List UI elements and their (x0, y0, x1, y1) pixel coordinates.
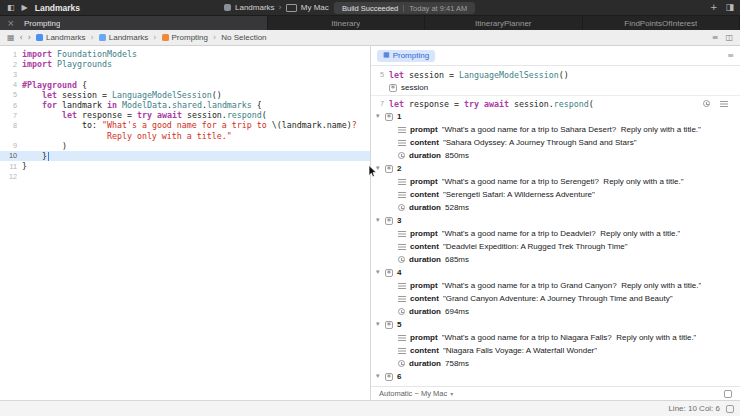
run-button-play-icon[interactable]: ▶ (22, 4, 28, 12)
device-icon (286, 4, 297, 12)
field-value: "Grand Canyon Adventure: A Journey Throu… (443, 294, 673, 303)
swift-file-icon (162, 34, 169, 41)
tab-itinerary[interactable]: Itinerary (268, 16, 425, 30)
result-field-row[interactable]: content"Grand Canyon Adventure: A Journe… (371, 292, 740, 305)
code-line[interactable]: 8 to: "What's a good name for a trip to … (0, 120, 370, 130)
breadcrumb-selection[interactable]: No Selection (221, 33, 266, 42)
disclosure-chevron-icon[interactable]: ▾ (376, 165, 385, 172)
close-icon[interactable]: × (7, 19, 15, 28)
adjust-editor-icon[interactable]: ≡ (712, 34, 719, 42)
breadcrumb-file[interactable]: Prompting (162, 33, 208, 42)
forward-button[interactable]: › (28, 34, 31, 42)
result-field-row[interactable]: content"Niagara Falls Voyage: A Waterfal… (371, 344, 740, 357)
toolbar-left-group: ◧ ▶ Landmarks (0, 3, 80, 13)
code-token: try (137, 110, 152, 120)
result-code-line[interactable]: 5let session = LanguageModelSession() (371, 68, 740, 81)
result-field-row[interactable]: duration758ms (371, 357, 740, 370)
scheme-name[interactable]: Landmarks (235, 3, 275, 12)
breadcrumb-project[interactable]: Landmarks (36, 33, 86, 42)
toolbar: ◧ ▶ Landmarks Landmarks › My Mac Build S… (0, 0, 740, 15)
code-line[interactable]: 9 ) (0, 141, 370, 151)
breadcrumb-label: Landmarks (46, 33, 86, 42)
result-field-row[interactable]: prompt"What's a good name for a trip to … (371, 123, 740, 136)
result-item-header[interactable]: ▾∗2 (371, 162, 740, 175)
result-field-row[interactable]: prompt"What's a good name for a trip to … (371, 227, 740, 240)
code-token: Playgrounds (57, 59, 112, 69)
result-field-row[interactable]: content"Sahara Odyssey: A Journey Throug… (371, 136, 740, 149)
code-token: in (107, 100, 117, 110)
related-items-icon[interactable]: ▦ (7, 34, 15, 42)
result-field-row[interactable]: content"Deadvlei Expedition: A Rugged Tr… (371, 240, 740, 253)
sidebar-toggle-icon[interactable]: ◧ (7, 4, 15, 12)
code-line[interactable]: 4#Playground { (0, 80, 370, 90)
code-line[interactable]: 11} (0, 161, 370, 171)
tab-itinerary-planner[interactable]: ItineraryPlanner (425, 16, 582, 30)
code-token: landmark (57, 100, 107, 110)
results-list-icon[interactable] (720, 100, 728, 108)
canvas-options-icon[interactable]: ≡ (727, 52, 734, 60)
code-line[interactable]: 7 let response = try await session.respo… (0, 110, 370, 120)
line-number: 7 (0, 111, 22, 120)
run-destination[interactable]: My Mac (301, 3, 329, 12)
tab-prompting[interactable]: × Prompting (0, 16, 268, 30)
activity-status-pill[interactable]: Build Succeeded Today at 9:41 AM (334, 2, 475, 14)
result-item-header[interactable]: ▾∗5 (371, 318, 740, 331)
result-item-header[interactable]: ▾∗6 (371, 370, 740, 383)
result-field-row[interactable]: duration685ms (371, 253, 740, 266)
code-line[interactable]: 6 for landmark in ModelData.shared.landm… (0, 100, 370, 110)
disclosure-chevron-icon[interactable]: ▾ (376, 113, 385, 120)
editor-mode-icon[interactable] (726, 405, 734, 413)
result-field-row[interactable]: prompt"What's a good name for a trip to … (371, 279, 740, 292)
code-token: session. (182, 110, 227, 120)
result-variable-row[interactable]: ∗session (371, 81, 740, 94)
result-field-row[interactable]: prompt"What's a good name for a trip to … (371, 331, 740, 344)
code-line[interactable]: 3 (0, 69, 370, 79)
code-token: await (157, 110, 182, 120)
result-item-header[interactable]: ▾∗1 (371, 110, 740, 123)
result-field-row[interactable]: prompt"What's a good name for a trip to … (371, 175, 740, 188)
clock-icon[interactable] (703, 100, 710, 107)
result-field-row[interactable]: content"Serengeti Safari: A Wilderness A… (371, 188, 740, 201)
field-value: "What's a good name for a trip to Deadvl… (442, 229, 681, 238)
code-line[interactable]: 12 (0, 171, 370, 181)
breadcrumb-group[interactable]: Landmarks (99, 33, 149, 42)
text-icon (398, 347, 406, 355)
code-line[interactable]: 2import Playgrounds (0, 59, 370, 69)
clock-icon (398, 204, 405, 211)
result-field-row[interactable]: duration528ms (371, 201, 740, 214)
back-button[interactable]: ‹ (20, 34, 23, 42)
code-line[interactable]: 10 } (0, 151, 370, 161)
tab-find-points-of-interest[interactable]: FindPointsOfInterest (583, 16, 740, 30)
code-line[interactable]: 5 let session = LanguageModelSession() (0, 90, 370, 100)
result-field-row[interactable]: duration694ms (371, 305, 740, 318)
source-editor[interactable]: 1import FoundationModels2import Playgrou… (0, 46, 371, 400)
scheme-app-icon (224, 4, 231, 11)
result-item-header[interactable]: ▾∗3 (371, 214, 740, 227)
result-code-line[interactable]: 7let response = try await session.respon… (371, 97, 740, 110)
disclosure-chevron-icon[interactable]: ▾ (376, 269, 385, 276)
code-line[interactable]: 1import FoundationModels (0, 49, 370, 59)
toolbar-right-group: + ◨ (710, 0, 734, 15)
code-line[interactable]: Reply only with a title." (0, 131, 370, 141)
add-icon[interactable]: + (710, 3, 718, 12)
code-token: () (559, 70, 569, 80)
scheme-selector[interactable]: Landmarks › My Mac (224, 0, 329, 15)
line-number: 11 (0, 162, 22, 171)
field-value: 694ms (445, 307, 469, 316)
disclosure-chevron-icon[interactable]: ▾ (376, 321, 385, 328)
canvas-settings-icon[interactable] (724, 390, 732, 398)
code-body: for landmark in ModelData.shared.landmar… (22, 100, 262, 110)
code-token: session. (514, 99, 554, 109)
add-editor-icon[interactable]: ◫ (725, 34, 733, 42)
device-selector[interactable]: Automatic ~ My Mac (379, 389, 447, 398)
result-field-row[interactable]: duration850ms (371, 149, 740, 162)
clock-icon (398, 360, 405, 367)
text-icon (398, 139, 406, 147)
code-lines: 1import FoundationModels2import Playgrou… (0, 49, 370, 181)
caret-position: Line: 10 Col: 6 (668, 404, 720, 413)
result-item-header[interactable]: ▾∗4 (371, 266, 740, 279)
inspector-toggle-icon[interactable]: ◨ (725, 3, 734, 12)
disclosure-chevron-icon[interactable]: ▾ (376, 217, 385, 224)
playground-chip[interactable]: ▦ Prompting (377, 50, 435, 62)
disclosure-chevron-icon[interactable]: ▾ (376, 373, 385, 380)
